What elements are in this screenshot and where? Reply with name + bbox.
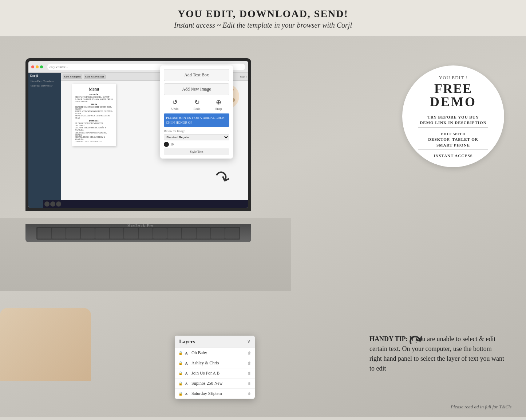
undo-icon: ↺ (172, 98, 178, 106)
snap-icon: ⊕ (216, 98, 221, 106)
panel-font-size: 19 (170, 143, 174, 146)
key-4 (81, 228, 95, 239)
layer-name-supinos: Supinos 250 New (191, 381, 245, 386)
toolbar-save[interactable]: Save & Original (63, 75, 82, 79)
panel-size-controls: 19 (164, 142, 229, 147)
macbook-label: MacBook Pro (127, 224, 154, 227)
hand-area (0, 308, 91, 381)
demo-instant-label: INSTANT ACCESS (434, 153, 472, 158)
redo-label: Redo (194, 107, 201, 111)
top-banner: YOU EDIT, DOWNLOAD, SEND! Instant access… (0, 0, 526, 36)
editor-sidebar: Corjl NocapParty Templates Order Id: 150… (28, 73, 61, 208)
layer-lock-icon-2: 🔒 (178, 361, 183, 365)
layer-type-2: A (185, 361, 189, 365)
snap-tool[interactable]: ⊕ Snap (215, 98, 222, 111)
browser-close-dot (31, 65, 34, 68)
layers-title: Layers (179, 339, 195, 345)
menu-main-items: BRAISED GUINNESS BEEF SHORT RIBS, ONIONP… (75, 106, 113, 119)
demo-divider-2 (418, 127, 488, 128)
browser-minimize-dot (36, 65, 39, 68)
panel-text-editing-box[interactable]: PLEASE JOIN US F OR A BRIDAL BRUN CH IN … (164, 113, 229, 127)
panel-below-img-label: Below vs Image (164, 129, 229, 133)
browser-url: corjl.com/d/... (50, 65, 68, 69)
layer-lock-icon-5: 🔒 (178, 392, 183, 396)
taskbar: 7:25 PM6/10/2019 (43, 200, 248, 208)
layer-delete-icon-3[interactable]: 🗑 (248, 371, 251, 375)
menu-card-title: Menu (75, 87, 113, 92)
key-2 (52, 228, 66, 239)
main-area: corjl.com/d/... Corjl NocapParty Templat… (0, 36, 526, 417)
handy-tip-label: HANDY TIP: (369, 335, 408, 343)
menu-entree-title: ENTRÉE (75, 93, 113, 96)
panel-font-select[interactable]: Standard Regular (164, 134, 229, 140)
menu-entree-items: CRISPY PEKING DUCK ROLL, SWEET& SOUR CAR… (75, 96, 113, 103)
layer-delete-icon-1[interactable]: 🗑 (248, 351, 251, 355)
menu-main-title: MAIN (75, 103, 113, 105)
key-3 (66, 228, 80, 239)
key-5 (95, 228, 109, 239)
taskbar-icon-3 (56, 201, 61, 207)
layer-delete-icon-4[interactable]: 🗑 (248, 381, 251, 385)
layer-delete-icon-2[interactable]: 🗑 (248, 361, 251, 365)
demo-edit-with-label: EDIT WITH DESKTOP, TABLET OR SMART PHONE (428, 131, 478, 148)
demo-divider-1 (418, 113, 488, 113)
panel-color-swatch[interactable] (164, 142, 169, 147)
sidebar-order-id: Order Id: 1509758194 (30, 84, 60, 88)
layer-type-1: A (185, 351, 189, 355)
layers-panel: Layers ∨ 🔒 A Oh Baby 🗑 🔒 A Ashley & Chri… (175, 336, 255, 399)
demo-free-label: FREE (434, 82, 472, 95)
layers-panel-header: Layers ∨ (175, 336, 255, 348)
redo-tool[interactable]: ↻ Redo (194, 98, 201, 111)
banner-headline: YOU EDIT, DOWNLOAD, SEND! (0, 8, 526, 20)
key-1 (37, 228, 51, 239)
layers-chevron-icon[interactable]: ∨ (247, 339, 250, 344)
footer-text: Please read ad in full for T&C's (451, 404, 511, 410)
panel-style-text-button[interactable]: Style Text (164, 148, 229, 155)
demo-you-edit-label: YOU EDIT ! (439, 75, 467, 81)
layer-delete-icon-5[interactable]: 🗑 (248, 392, 251, 396)
taskbar-icon-2 (50, 201, 55, 207)
undo-tool[interactable]: ↺ Undo (171, 98, 179, 111)
sidebar-menu-templates: NocapParty Templates (30, 79, 60, 83)
key-12 (197, 228, 210, 239)
layer-type-4: A (185, 381, 189, 386)
add-text-box-button[interactable]: Add Text Box (164, 69, 229, 81)
menu-card: Menu ENTRÉE CRISPY PEKING DUCK ROLL, SWE… (72, 84, 116, 146)
key-8 (139, 228, 153, 239)
layer-item-supinos[interactable]: 🔒 A Supinos 250 New 🗑 (175, 379, 255, 389)
browser-maximize-dot (40, 65, 43, 68)
layer-item-ashley-chris[interactable]: 🔒 A Ashley & Chris 🗑 (175, 358, 255, 368)
corjl-logo: Corjl (30, 74, 60, 77)
key-9 (153, 228, 167, 239)
layer-type-5: A (185, 392, 189, 396)
panel-tools-row: ↺ Undo ↻ Redo ⊕ Snap (164, 98, 229, 111)
toolbar-download[interactable]: Save & Download (84, 75, 106, 79)
key-7 (124, 228, 138, 239)
layer-lock-icon-1: 🔒 (178, 351, 183, 355)
add-new-image-button[interactable]: Add New Image (164, 83, 229, 95)
redo-icon: ↻ (194, 98, 200, 106)
layer-name-saturday: Saturday SEptem (191, 391, 245, 396)
layer-item-oh-baby[interactable]: 🔒 A Oh Baby 🗑 (175, 348, 255, 358)
keyboard-strip (36, 227, 240, 240)
layer-lock-icon-3: 🔒 (178, 371, 183, 375)
layer-item-saturday[interactable]: 🔒 A Saturday SEptem 🗑 (175, 389, 255, 399)
menu-dessert-title: DESSERT (75, 120, 113, 122)
toolbar-page-info: Page 1 (240, 75, 247, 78)
menu-dessert-items: LE CONCENTRIC LEYINGTON, COCONUTGELATO, … (75, 122, 113, 131)
taskbar-icon-1 (44, 201, 50, 207)
key-6 (110, 228, 124, 239)
snap-label: Snap (215, 107, 222, 111)
layer-name-join-us: Join Us For A B (191, 371, 245, 376)
menu-extra: CHOCOLATE FONDANT PUDDING, HONEYCREAM, F… (75, 132, 113, 143)
undo-label: Undo (171, 107, 179, 111)
layer-item-join-us[interactable]: 🔒 A Join Us For A B 🗑 (175, 368, 255, 379)
panel-font-controls: Standard Regular (164, 134, 229, 140)
key-14 (225, 228, 239, 239)
key-10 (167, 228, 181, 239)
layer-name-ashley-chris: Ashley & Chris (191, 360, 245, 366)
demo-try-label: TRY BEFORE YOU BUY DEMO LINK IN DESCRIPT… (420, 115, 486, 126)
demo-demo-label: DEMO (430, 95, 476, 108)
handy-tip: HANDY TIP: If you are unable to select &… (369, 334, 504, 373)
demo-divider-3 (418, 149, 488, 150)
